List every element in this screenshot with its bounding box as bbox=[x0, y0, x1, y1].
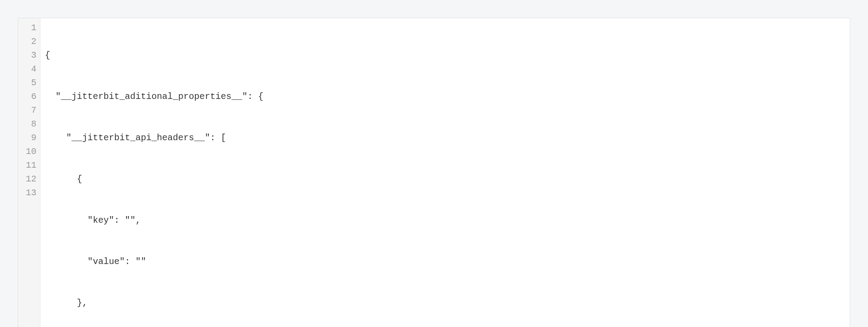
line-number-gutter: 1 2 3 4 5 6 7 8 9 10 11 12 13 bbox=[18, 18, 40, 327]
code-content[interactable]: { "__jitterbit_aditional_properties__": … bbox=[40, 18, 850, 327]
line-number: 9 bbox=[24, 131, 36, 145]
code-line: }, bbox=[45, 296, 845, 310]
line-number: 2 bbox=[24, 35, 36, 48]
code-editor[interactable]: 1 2 3 4 5 6 7 8 9 10 11 12 13 { "__jitte… bbox=[18, 18, 850, 327]
line-number: 5 bbox=[24, 76, 36, 90]
line-number: 11 bbox=[24, 158, 36, 172]
line-number: 13 bbox=[24, 186, 36, 200]
line-number: 8 bbox=[24, 117, 36, 131]
line-number: 3 bbox=[24, 48, 36, 62]
code-line: "__jitterbit_api_headers__": [ bbox=[45, 131, 845, 145]
code-line: "value": "" bbox=[45, 255, 845, 268]
code-line: { bbox=[45, 172, 845, 186]
line-number: 1 bbox=[24, 21, 36, 35]
line-number: 7 bbox=[24, 103, 36, 117]
code-line: { bbox=[45, 48, 845, 62]
code-line: "key": "", bbox=[45, 213, 845, 227]
line-number: 6 bbox=[24, 90, 36, 103]
line-number: 12 bbox=[24, 172, 36, 186]
schema-editor-panel: 1 2 3 4 5 6 7 8 9 10 11 12 13 { "__jitte… bbox=[18, 18, 850, 327]
code-line: "__jitterbit_aditional_properties__": { bbox=[45, 90, 845, 103]
line-number: 4 bbox=[24, 62, 36, 76]
line-number: 10 bbox=[24, 145, 36, 158]
